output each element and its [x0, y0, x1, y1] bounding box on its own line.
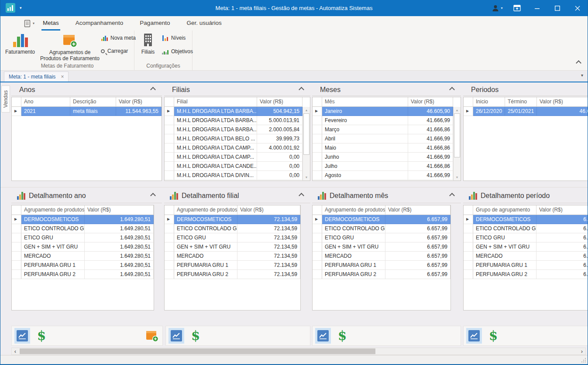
cell-valor[interactable]: 6.657,99 [536, 215, 588, 224]
cell-agrupamento[interactable]: ETICO CONTROLADO GRU [174, 224, 237, 233]
cell-valor[interactable]: 6.657,99 [385, 224, 450, 233]
cell-agrupamento[interactable]: GEN + SIM + VIT GRU [174, 242, 237, 252]
money-button[interactable]: $ [489, 330, 498, 342]
cell-grupo[interactable]: MERCADO [473, 252, 536, 261]
cell-agrupamento[interactable]: PERFUMARIA GRU 1 [174, 261, 237, 270]
table-row[interactable]: MERCADO 6.657,99 [464, 252, 588, 261]
cell-valor[interactable]: 39.999,73 [257, 134, 303, 143]
cell-valor[interactable]: 72.134,59 [237, 270, 300, 279]
column-header-ano[interactable]: Ano [21, 97, 70, 107]
cell-mes[interactable]: Julho [322, 162, 408, 171]
table-row[interactable]: GEN + SIM + VIT GRU 6.657,99 [313, 242, 450, 252]
table-row[interactable]: M.H.L DROGARIA LTDA DIVIN... 0,00 [165, 171, 303, 180]
cell-valor[interactable]: 0,00 [257, 153, 303, 162]
cell-valor[interactable]: 6.657,99 [536, 261, 588, 270]
cell-valor[interactable]: 6.657,99 [536, 224, 588, 233]
open-chart-button[interactable] [168, 328, 184, 344]
vertical-scrollbar[interactable]: ▲ ▼ [453, 107, 461, 181]
cell-agrupamento[interactable]: PERFUMARIA GRU 1 [322, 261, 385, 270]
cell-valor[interactable]: 6.657,99 [385, 270, 450, 279]
table-row[interactable]: Agosto 41.666,99 [313, 171, 453, 180]
cell-valor[interactable]: 6.657,99 [536, 252, 588, 261]
cell-mes[interactable]: Maio [322, 143, 408, 153]
side-tab-vendas[interactable]: Vendas [1, 85, 10, 113]
cell-agrupamento[interactable]: DERMOCOSMETICOS [21, 215, 85, 224]
cell-valor[interactable]: 504.942,15 [257, 107, 303, 116]
column-header-termino[interactable]: Término [505, 97, 537, 107]
cell-valor[interactable]: 1.649.280,51 [85, 233, 154, 242]
table-row[interactable]: Março 41.666,86 [313, 125, 453, 134]
cell-grupo[interactable]: PERFUMARIA GRU 1 [473, 261, 536, 270]
cell-filial[interactable]: M.H.L DROGARIA LTDA CANDE... [174, 162, 257, 171]
table-row[interactable]: PERFUMARIA GRU 2 1.649.280,51 [12, 270, 154, 279]
scrollbar-thumb[interactable] [303, 113, 309, 155]
file-menu-button[interactable]: ▾ [22, 16, 36, 31]
column-header-filial[interactable]: Filial [174, 97, 257, 107]
open-chart-button[interactable] [315, 328, 331, 344]
vertical-scrollbar[interactable]: ▲ ▼ [303, 107, 310, 181]
table-row[interactable]: Fevereiro 41.666,99 [313, 116, 453, 125]
ribbon-display-options-button[interactable] [507, 0, 527, 16]
add-agrupamento-button[interactable] [146, 330, 159, 342]
table-row[interactable]: M.H.L DROGARIA LTDA CAMP... 4.000.001,92 [165, 143, 303, 153]
cell-valor[interactable]: 1.649.280,51 [85, 270, 154, 279]
table-row[interactable]: PERFUMARIA GRU 1 72.134,59 [165, 261, 300, 270]
table-row[interactable]: M.H.L DROGARIA LTDA BARBA... 2.000.005,8… [165, 125, 303, 134]
table-row[interactable]: PERFUMARIA GRU 2 72.134,59 [165, 270, 300, 279]
cell-valor[interactable]: 6.657,99 [385, 261, 450, 270]
cell-agrupamento[interactable]: PERFUMARIA GRU 2 [174, 270, 237, 279]
scroll-up-icon[interactable]: ▲ [303, 107, 310, 113]
table-row[interactable]: ETICO GRU 6.657,99 [464, 233, 588, 242]
cell-agrupamento[interactable]: PERFUMARIA GRU 1 [21, 261, 85, 270]
collapse-panel-icon[interactable] [449, 193, 455, 198]
table-row[interactable]: M.H.L DROGARIA LTDA BELO ... 39.999,73 [165, 134, 303, 143]
cell-grupo[interactable]: ETICO CONTROLADO GRU [473, 224, 536, 233]
cell-grupo[interactable]: ETICO GRU [473, 233, 536, 242]
column-header-valor[interactable]: Valor (R$) [385, 205, 450, 215]
agrupamentos-button[interactable]: Agrupamentos de Produtos de Faturamento [40, 33, 100, 62]
cell-agrupamento[interactable]: ETICO CONTROLADO GRU [322, 224, 385, 233]
cell-valor[interactable]: 1.649.280,51 [85, 252, 154, 261]
table-row[interactable]: Julho 41.666,86 [313, 162, 453, 171]
collapse-ribbon-icon[interactable] [576, 60, 581, 66]
cell-agrupamento[interactable]: MERCADO [21, 252, 85, 261]
table-row[interactable]: DERMOCOSMETICOS 72.134,59 [165, 215, 300, 224]
cell-valor[interactable]: 6.657,99 [536, 242, 588, 252]
table-row[interactable]: PERFUMARIA GRU 2 6.657,99 [464, 270, 588, 279]
cell-valor[interactable]: 41.666,86 [408, 143, 453, 153]
table-row[interactable]: 26/12/2020 25/01/2021 46.605,90 [464, 107, 588, 116]
cell-agrupamento[interactable]: MERCADO [322, 252, 385, 261]
scroll-left-icon[interactable]: ‹ [12, 348, 19, 355]
cell-mes[interactable]: Março [322, 125, 408, 134]
cell-agrupamento[interactable]: PERFUMARIA GRU 2 [322, 270, 385, 279]
cell-mes[interactable]: Agosto [322, 171, 408, 180]
carregar-button[interactable]: Carregar [101, 48, 136, 54]
table-row[interactable]: GEN + SIM + VIT GRU 72.134,59 [165, 242, 300, 252]
resize-grip[interactable] [585, 362, 586, 362]
table-row[interactable]: DERMOCOSMETICOS 6.657,99 [464, 215, 588, 224]
cell-valor[interactable]: 6.657,99 [385, 252, 450, 261]
cell-valor[interactable]: 1.649.280,51 [85, 242, 154, 252]
maximize-button[interactable] [547, 0, 567, 16]
close-tab-icon[interactable]: × [61, 74, 64, 80]
cell-valor[interactable]: 72.134,59 [237, 215, 300, 224]
cell-valor[interactable]: 41.666,99 [408, 134, 453, 143]
cell-valor[interactable]: 6.657,99 [385, 242, 450, 252]
column-header-agrupamento[interactable]: Agrupamento de produtos [21, 205, 85, 215]
cell-filial[interactable]: M.H.L DROGARIA LTDA BARBA... [174, 107, 257, 116]
cell-agrupamento[interactable]: GEN + SIM + VIT GRU [21, 242, 85, 252]
cell-valor[interactable]: 6.657,99 [385, 233, 450, 242]
horizontal-scrollbar[interactable]: ‹ › [11, 348, 586, 355]
cell-agrupamento[interactable]: GEN + SIM + VIT GRU [322, 242, 385, 252]
cell-agrupamento[interactable]: DERMOCOSMETICOS [322, 215, 385, 224]
cell-valor[interactable]: 0,00 [257, 171, 303, 180]
table-row[interactable]: Janeiro 46.605,90 [313, 107, 453, 116]
quick-access-caret-icon[interactable]: ▾ [20, 6, 22, 10]
column-header-valor[interactable]: Valor (R$) [85, 205, 154, 215]
table-row[interactable]: MERCADO 1.649.280,51 [12, 252, 154, 261]
table-row[interactable]: 2021 meta filiais 11.544.963,55 [12, 107, 162, 116]
table-row[interactable]: Abril 41.666,99 [313, 134, 453, 143]
faturamento-button[interactable]: Faturamento [1, 33, 39, 55]
scroll-down-icon[interactable]: ▼ [303, 174, 310, 181]
cell-valor[interactable]: 6.657,99 [385, 215, 450, 224]
